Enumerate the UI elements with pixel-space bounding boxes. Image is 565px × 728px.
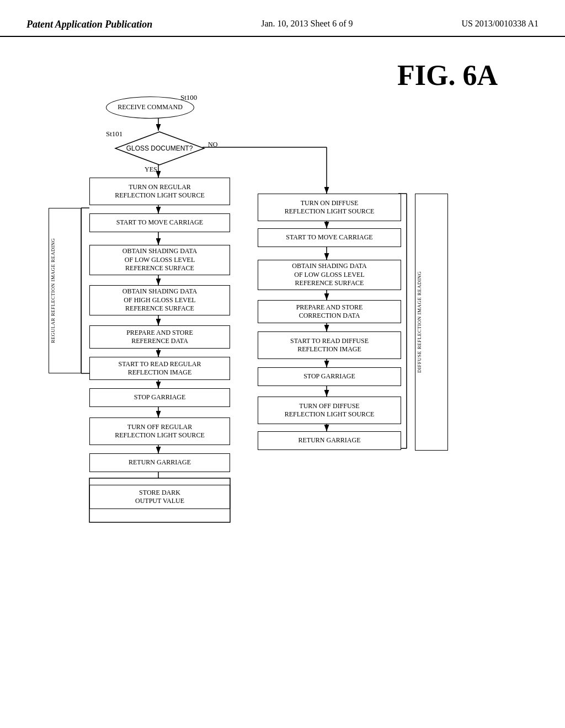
obtain-shading-low-104-box: OBTAIN SHADING DATA OF LOW GLOSS LEVEL R… xyxy=(89,245,230,275)
return-garriage-110-box: RETURN GARRIAGE xyxy=(89,453,230,472)
header-left: Patent Application Publication xyxy=(26,18,152,31)
header-center: Jan. 10, 2013 Sheet 6 of 9 xyxy=(261,18,353,30)
start-read-regular-107-box: START TO READ REGULAR REFLECTION IMAGE xyxy=(89,357,230,380)
return-garriage-119-box: RETURN GARRIAGE xyxy=(258,431,401,450)
start-move-carriage-113-box: START TO MOVE CARRIAGE xyxy=(258,228,401,247)
store-dark-111-box: STORE DARK OUTPUT VALUE xyxy=(89,485,230,509)
svg-text:GLOSS DOCUMENT?: GLOSS DOCUMENT? xyxy=(126,144,193,152)
receive-command-oval: RECEIVE COMMAND xyxy=(106,97,194,119)
turn-off-regular-109-box: TURN OFF REGULAR REFLECTION LIGHT SOURCE xyxy=(89,417,230,445)
start-move-carriage-103-box: START TO MOVE CARRIAGE xyxy=(89,213,230,232)
obtain-shading-high-105-box: OBTAIN SHADING DATA OF HIGH GLOSS LEVEL … xyxy=(89,285,230,315)
stop-garriage-117-box: STOP GARRIAGE xyxy=(258,367,401,386)
diagram-area: FIG. 6A xyxy=(34,59,531,666)
diffuse-reflection-label: DIFFUSE REFLECTION IMAGE READING xyxy=(415,194,448,451)
prepare-store-115-box: PREPARE AND STORE CORRECTION DATA xyxy=(258,300,401,323)
turn-on-diffuse-112-box: TURN ON DIFFUSE REFLECTION LIGHT SOURCE xyxy=(258,194,401,221)
header-right: US 2013/0010338 A1 xyxy=(461,18,539,30)
yes-label: YES xyxy=(145,165,157,174)
no-label: NO xyxy=(208,141,217,149)
stop-garriage-108-box: STOP GARRIAGE xyxy=(89,388,230,407)
regular-reflection-label: REGULAR REFLECTION IMAGE READING xyxy=(49,208,82,373)
flowchart: St100 RECEIVE COMMAND St101 GLOSS DOCUME… xyxy=(34,59,531,666)
gloss-document-diamond: GLOSS DOCUMENT? xyxy=(114,131,205,169)
turn-off-diffuse-118-box: TURN OFF DIFFUSE REFLECTION LIGHT SOURCE xyxy=(258,397,401,424)
obtain-shading-low-114-box: OBTAIN SHADING DATA OF LOW GLOSS LEVEL R… xyxy=(258,260,401,290)
start-read-diffuse-116-box: START TO READ DIFFUSE REFLECTION IMAGE xyxy=(258,331,401,359)
page-header: Patent Application Publication Jan. 10, … xyxy=(0,0,565,37)
prepare-store-106-box: PREPARE AND STORE REFERENCE DATA xyxy=(89,325,230,349)
turn-on-regular-box: TURN ON REGULAR REFLECTION LIGHT SOURCE xyxy=(89,178,230,205)
